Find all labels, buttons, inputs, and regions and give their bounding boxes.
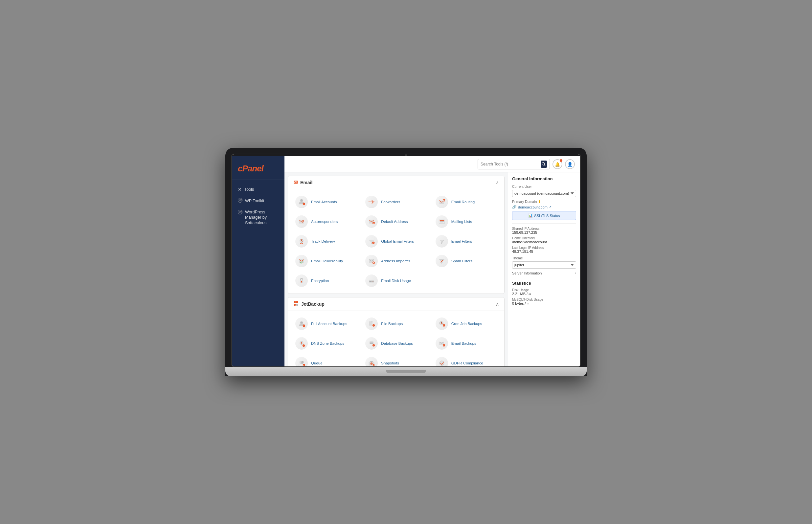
svg-text:W: W xyxy=(239,199,242,202)
queue-icon: ≡ xyxy=(295,357,308,366)
external-link-icon: ↗ xyxy=(549,205,552,209)
svg-rect-38 xyxy=(294,301,296,303)
snapshots-icon: ○ xyxy=(365,357,378,366)
svg-text:↓: ↓ xyxy=(303,345,304,347)
notifications-button[interactable]: 🔔 xyxy=(552,159,562,169)
tool-email-disk-usage[interactable]: Email Disk Usage xyxy=(361,271,431,290)
tool-email-deliverability[interactable]: Email Deliverability xyxy=(291,251,361,271)
email-tool-grid: + Email Accounts xyxy=(288,189,504,294)
tool-file-backups[interactable]: ↓ File Backups xyxy=(361,314,431,333)
jetbackup-section-header: JetBackup ∧ xyxy=(288,297,504,311)
search-button[interactable] xyxy=(541,161,547,168)
main-wrapper: ✉ Email ∧ xyxy=(285,173,580,366)
svg-point-7 xyxy=(300,199,303,201)
address-importer-label: Address Importer xyxy=(381,259,410,264)
tool-snapshots[interactable]: ○ Snapshots xyxy=(361,354,431,366)
tool-spam-filters[interactable]: Spam Filters xyxy=(432,251,501,271)
theme-label: Theme xyxy=(512,256,576,260)
primary-domain-row: 🔗 demoaccount.com ↗ xyxy=(512,205,576,209)
sidebar-item-tools[interactable]: ✕ Tools xyxy=(232,184,285,195)
tool-mailing-lists[interactable]: Mailing Lists xyxy=(432,212,501,231)
sidebar-item-wp-manager[interactable]: W WordPress Manager by Softaculous xyxy=(232,207,285,229)
svg-point-36 xyxy=(373,281,373,281)
right-panel: General Information Current User demoacc… xyxy=(508,173,580,366)
tool-database-backups[interactable]: ↓ Database Backups xyxy=(361,334,431,353)
email-accounts-label: Email Accounts xyxy=(311,200,337,204)
mailing-lists-label: Mailing Lists xyxy=(451,219,472,224)
svg-text:○: ○ xyxy=(373,364,374,366)
dns-zone-backups-icon: ↓ xyxy=(295,337,308,350)
tool-global-email-filters[interactable]: ! Global Email Filters xyxy=(361,232,431,251)
tool-autoresponders[interactable]: Autoresponders xyxy=(291,212,361,231)
tool-address-importer[interactable]: Address Importer xyxy=(361,251,431,271)
svg-point-4 xyxy=(542,163,545,165)
svg-point-32 xyxy=(301,281,302,282)
current-user-dropdown[interactable]: demoaccount (demoaccount.com) xyxy=(512,190,576,197)
file-backups-label: File Backups xyxy=(381,322,403,326)
full-account-backups-label: Full Account Backups xyxy=(311,322,347,326)
current-user-label: Current User xyxy=(512,184,576,189)
tool-gdpr-compliance[interactable]: GDPR Compliance xyxy=(432,354,501,366)
email-filters-icon xyxy=(436,235,448,248)
cron-job-backups-icon: ↓ xyxy=(436,317,448,330)
forwarders-icon xyxy=(365,196,378,208)
svg-text:@: @ xyxy=(373,222,375,224)
email-deliverability-label: Email Deliverability xyxy=(311,259,343,264)
jetbackup-section: JetBackup ∧ xyxy=(288,297,505,366)
track-delivery-icon xyxy=(295,235,308,248)
database-backups-label: Database Backups xyxy=(381,341,413,346)
disk-usage-row: Disk Usage 2.21 MB / ∞ xyxy=(512,288,576,296)
email-section-title: ✉ Email xyxy=(293,179,312,185)
shared-ip-row: Shared IP Address 159.69.137.235 xyxy=(512,227,576,234)
wp-manager-icon: W xyxy=(238,210,242,215)
sidebar-logo: cPanel xyxy=(232,156,285,180)
server-info-row[interactable]: Server Information › xyxy=(512,268,576,277)
general-info-title: General Information xyxy=(512,176,576,181)
gdpr-compliance-icon xyxy=(436,357,448,366)
svg-point-69 xyxy=(371,362,373,365)
encryption-label: Encryption xyxy=(311,278,329,283)
tool-dns-zone-backups[interactable]: ↓ DNS Zone Backups xyxy=(291,334,361,353)
email-disk-usage-icon xyxy=(365,275,378,287)
svg-text:!: ! xyxy=(373,242,373,244)
tool-encryption[interactable]: Encryption xyxy=(291,271,361,290)
svg-line-5 xyxy=(544,165,545,166)
tool-cron-job-backups[interactable]: ↓ Cron Job Backups xyxy=(432,314,501,333)
tools-icon: ✕ xyxy=(238,187,242,192)
default-address-label: Default Address xyxy=(381,219,408,224)
user-button[interactable]: 👤 xyxy=(565,159,575,169)
autoresponders-icon xyxy=(295,215,308,228)
svg-rect-40 xyxy=(294,304,296,306)
statistics-section: Statistics Disk Usage 2.21 MB / ∞ MySQL®… xyxy=(512,281,576,305)
tool-default-address[interactable]: @ Default Address xyxy=(361,212,431,231)
full-account-backups-icon: ↓ xyxy=(295,317,308,330)
email-backups-icon: ↓ xyxy=(436,337,448,350)
tool-email-routing[interactable]: Email Routing xyxy=(432,192,501,211)
tool-email-backups[interactable]: ↓ Email Backups xyxy=(432,334,501,353)
theme-dropdown[interactable]: jupiter xyxy=(512,261,576,268)
search-input[interactable] xyxy=(481,162,539,166)
email-collapse-btn[interactable]: ∧ xyxy=(496,180,499,185)
tool-forwarders[interactable]: Forwarders xyxy=(361,192,431,211)
sidebar-item-wp-toolkit[interactable]: W WP Toolkit xyxy=(232,195,285,207)
autoresponders-label: Autoresponders xyxy=(311,219,338,224)
gdpr-compliance-label: GDPR Compliance xyxy=(451,361,483,366)
jetbackup-tool-grid: ↓ Full Account Backups xyxy=(288,311,504,366)
search-bar[interactable] xyxy=(477,159,550,169)
tool-email-filters[interactable]: Email Filters xyxy=(432,232,501,251)
jetbackup-collapse-btn[interactable]: ∧ xyxy=(496,301,499,307)
primary-domain-info-icon: ℹ xyxy=(539,200,540,203)
email-section: ✉ Email ∧ xyxy=(288,176,505,294)
bell-icon: 🔔 xyxy=(555,162,560,167)
forwarders-label: Forwarders xyxy=(381,200,400,204)
ssl-tls-status-button[interactable]: 📊 SSL/TLS Status xyxy=(512,211,576,220)
svg-text:↓: ↓ xyxy=(373,325,374,327)
last-login-row: Last Login IP Address 49.37.151.45 xyxy=(512,246,576,253)
sidebar-item-label: WP Toolkit xyxy=(245,199,264,203)
main-content: ✉ Email ∧ xyxy=(285,173,508,366)
tool-email-accounts[interactable]: + Email Accounts xyxy=(291,192,361,211)
tool-queue[interactable]: ≡ Queue xyxy=(291,354,361,366)
tool-full-account-backups[interactable]: ↓ Full Account Backups xyxy=(291,314,361,333)
tool-track-delivery[interactable]: Track Delivery xyxy=(291,232,361,251)
primary-domain-value: demoaccount.com xyxy=(518,205,548,209)
